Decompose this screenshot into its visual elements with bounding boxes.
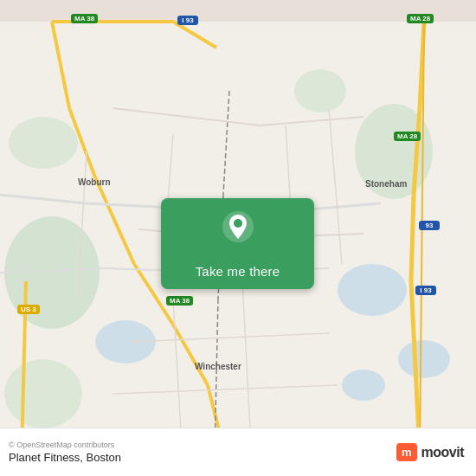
svg-point-3 — [338, 264, 407, 316]
highway-badge-i93: I 93 — [415, 286, 436, 295]
attribution-text: © OpenStreetMap contributors — [9, 441, 121, 449]
highway-badge-93: 93 — [419, 221, 440, 230]
svg-point-2 — [95, 320, 156, 363]
label-winchester: Winchester — [195, 362, 241, 371]
svg-point-8 — [9, 117, 78, 169]
highway-badge-ma38-top: MA 38 — [71, 14, 98, 23]
map-container: I 93 MA 38 MA 28 MA 28 93 I 93 MA 38 US … — [0, 0, 476, 476]
highway-badge-ma38: MA 38 — [166, 296, 193, 306]
label-stoneham: Stoneham — [365, 179, 407, 189]
take-me-there-label: Take me there — [196, 264, 280, 279]
highway-badge-i93-top: I 93 — [177, 16, 198, 25]
svg-point-4 — [398, 340, 450, 378]
svg-point-9 — [4, 359, 82, 428]
highway-badge-ma28-top: MA 28 — [407, 14, 434, 23]
location-title: Planet Fitness, Boston — [9, 451, 121, 464]
moovit-m-icon: m — [396, 443, 417, 461]
moovit-logo: m moovit — [396, 443, 464, 461]
highway-badge-ma28: MA 28 — [394, 132, 421, 141]
take-me-there-button[interactable]: Take me there — [161, 198, 314, 289]
svg-point-7 — [294, 69, 346, 113]
svg-point-48 — [234, 219, 242, 228]
bottom-bar: © OpenStreetMap contributors Planet Fitn… — [0, 428, 476, 476]
label-woburn: Woburn — [78, 177, 111, 187]
location-pin-icon — [222, 210, 254, 243]
svg-point-5 — [342, 370, 385, 401]
moovit-text: moovit — [421, 445, 464, 460]
bottom-left: © OpenStreetMap contributors Planet Fitn… — [9, 441, 121, 464]
highway-badge-us3: US 3 — [17, 305, 40, 314]
svg-line-12 — [411, 195, 414, 281]
